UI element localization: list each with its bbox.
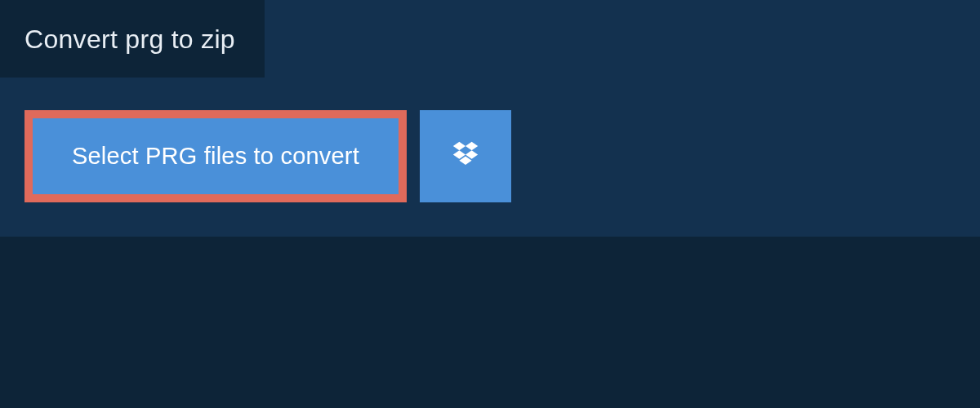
- tab-label: Convert prg to zip: [24, 24, 235, 54]
- select-files-label: Select PRG files to convert: [72, 143, 359, 170]
- converter-panel: Convert prg to zip Select PRG files to c…: [0, 0, 980, 237]
- tab-bar: Convert prg to zip: [0, 0, 980, 78]
- select-files-button[interactable]: Select PRG files to convert: [24, 110, 407, 202]
- tab-convert[interactable]: Convert prg to zip: [0, 0, 265, 78]
- upload-area: Select PRG files to convert: [0, 78, 980, 237]
- dropbox-icon: [450, 140, 481, 174]
- dropbox-button[interactable]: [420, 110, 511, 202]
